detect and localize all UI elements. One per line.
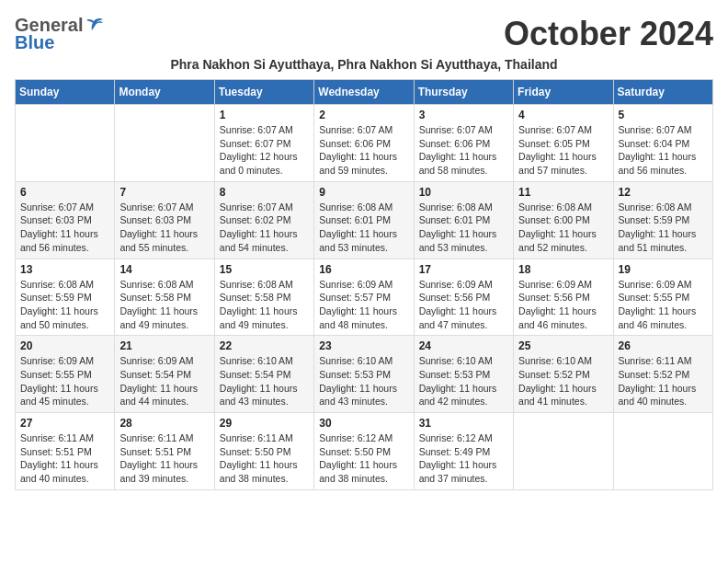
day-info: Sunrise: 6:09 AMSunset: 5:57 PMDaylight:… xyxy=(319,278,408,332)
day-info: Sunrise: 6:07 AMSunset: 6:02 PMDaylight:… xyxy=(220,201,309,255)
calendar-cell: 15Sunrise: 6:08 AMSunset: 5:58 PMDayligh… xyxy=(214,259,313,336)
day-number: 11 xyxy=(518,186,608,199)
day-info: Sunrise: 6:07 AMSunset: 6:07 PMDaylight:… xyxy=(220,123,309,178)
header-tuesday: Tuesday xyxy=(214,80,313,105)
calendar-cell: 30Sunrise: 6:12 AMSunset: 5:50 PMDayligh… xyxy=(314,413,414,490)
day-number: 16 xyxy=(319,263,408,276)
day-number: 26 xyxy=(619,339,708,352)
calendar-cell: 18Sunrise: 6:09 AMSunset: 5:56 PMDayligh… xyxy=(514,259,613,336)
day-number: 13 xyxy=(20,263,109,276)
calendar-cell: 20Sunrise: 6:09 AMSunset: 5:55 PMDayligh… xyxy=(16,336,115,413)
day-info: Sunrise: 6:08 AMSunset: 6:00 PMDaylight:… xyxy=(518,201,608,255)
day-info: Sunrise: 6:09 AMSunset: 5:56 PMDaylight:… xyxy=(419,278,508,332)
day-info: Sunrise: 6:10 AMSunset: 5:53 PMDaylight:… xyxy=(419,354,508,408)
calendar-cell: 1Sunrise: 6:07 AMSunset: 6:07 PMDaylight… xyxy=(214,105,313,182)
calendar-cell: 9Sunrise: 6:08 AMSunset: 6:01 PMDaylight… xyxy=(314,181,414,259)
day-number: 17 xyxy=(419,263,508,276)
day-info: Sunrise: 6:10 AMSunset: 5:52 PMDaylight:… xyxy=(518,354,608,408)
day-number: 25 xyxy=(518,339,608,352)
calendar-week-row: 1Sunrise: 6:07 AMSunset: 6:07 PMDaylight… xyxy=(16,105,713,182)
header-saturday: Saturday xyxy=(613,80,712,105)
calendar-cell: 12Sunrise: 6:08 AMSunset: 5:59 PMDayligh… xyxy=(613,181,712,259)
day-info: Sunrise: 6:08 AMSunset: 5:59 PMDaylight:… xyxy=(20,278,109,332)
day-number: 8 xyxy=(220,186,309,199)
calendar-cell: 13Sunrise: 6:08 AMSunset: 5:59 PMDayligh… xyxy=(16,259,115,336)
day-number: 5 xyxy=(619,109,708,121)
calendar-cell: 26Sunrise: 6:11 AMSunset: 5:52 PMDayligh… xyxy=(613,336,712,413)
day-number: 7 xyxy=(119,186,209,199)
calendar-cell: 4Sunrise: 6:07 AMSunset: 6:05 PMDaylight… xyxy=(514,105,613,182)
logo-blue: Blue xyxy=(15,32,54,53)
day-number: 23 xyxy=(319,339,408,352)
calendar-cell: 8Sunrise: 6:07 AMSunset: 6:02 PMDaylight… xyxy=(214,181,313,259)
day-info: Sunrise: 6:08 AMSunset: 5:58 PMDaylight:… xyxy=(119,278,209,332)
day-info: Sunrise: 6:07 AMSunset: 6:06 PMDaylight:… xyxy=(319,123,408,178)
day-info: Sunrise: 6:07 AMSunset: 6:03 PMDaylight:… xyxy=(119,201,209,255)
day-info: Sunrise: 6:07 AMSunset: 6:06 PMDaylight:… xyxy=(419,123,508,178)
calendar-cell: 5Sunrise: 6:07 AMSunset: 6:04 PMDaylight… xyxy=(613,105,712,182)
month-title: October 2024 xyxy=(504,15,713,53)
header-sunday: Sunday xyxy=(16,80,115,105)
day-info: Sunrise: 6:08 AMSunset: 6:01 PMDaylight:… xyxy=(419,201,508,255)
day-number: 30 xyxy=(319,417,408,430)
calendar-cell: 17Sunrise: 6:09 AMSunset: 5:56 PMDayligh… xyxy=(414,259,513,336)
day-number: 9 xyxy=(319,186,408,199)
day-number: 3 xyxy=(419,109,508,121)
calendar-cell: 10Sunrise: 6:08 AMSunset: 6:01 PMDayligh… xyxy=(414,181,513,259)
day-number: 4 xyxy=(518,109,608,121)
day-info: Sunrise: 6:09 AMSunset: 5:55 PMDaylight:… xyxy=(619,278,708,332)
day-number: 15 xyxy=(220,263,309,276)
day-info: Sunrise: 6:07 AMSunset: 6:03 PMDaylight:… xyxy=(20,201,109,255)
day-info: Sunrise: 6:11 AMSunset: 5:52 PMDaylight:… xyxy=(619,354,708,408)
calendar-cell xyxy=(514,413,613,490)
day-info: Sunrise: 6:11 AMSunset: 5:50 PMDaylight:… xyxy=(220,431,309,486)
day-number: 19 xyxy=(619,263,708,276)
calendar-cell: 24Sunrise: 6:10 AMSunset: 5:53 PMDayligh… xyxy=(414,336,513,413)
calendar-subtitle: Phra Nakhon Si Ayutthaya, Phra Nakhon Si… xyxy=(15,57,713,72)
calendar-cell: 7Sunrise: 6:07 AMSunset: 6:03 PMDaylight… xyxy=(115,181,214,259)
calendar-week-row: 20Sunrise: 6:09 AMSunset: 5:55 PMDayligh… xyxy=(16,336,713,413)
day-info: Sunrise: 6:12 AMSunset: 5:50 PMDaylight:… xyxy=(319,431,408,486)
day-info: Sunrise: 6:07 AMSunset: 6:05 PMDaylight:… xyxy=(518,123,608,178)
calendar-cell: 28Sunrise: 6:11 AMSunset: 5:51 PMDayligh… xyxy=(115,413,214,490)
day-number: 24 xyxy=(419,339,508,352)
day-info: Sunrise: 6:11 AMSunset: 5:51 PMDaylight:… xyxy=(119,431,209,486)
calendar-cell xyxy=(16,105,115,182)
calendar-cell: 14Sunrise: 6:08 AMSunset: 5:58 PMDayligh… xyxy=(115,259,214,336)
day-number: 2 xyxy=(319,109,408,121)
header-friday: Friday xyxy=(514,80,613,105)
day-number: 10 xyxy=(419,186,508,199)
calendar-header-row: SundayMondayTuesdayWednesdayThursdayFrid… xyxy=(16,80,713,105)
day-info: Sunrise: 6:10 AMSunset: 5:53 PMDaylight:… xyxy=(319,354,408,408)
calendar-cell: 31Sunrise: 6:12 AMSunset: 5:49 PMDayligh… xyxy=(414,413,513,490)
calendar-cell: 11Sunrise: 6:08 AMSunset: 6:00 PMDayligh… xyxy=(514,181,613,259)
day-info: Sunrise: 6:08 AMSunset: 5:59 PMDaylight:… xyxy=(619,201,708,255)
calendar-cell: 19Sunrise: 6:09 AMSunset: 5:55 PMDayligh… xyxy=(613,259,712,336)
day-info: Sunrise: 6:09 AMSunset: 5:56 PMDaylight:… xyxy=(518,278,608,332)
day-number: 27 xyxy=(20,417,109,430)
calendar-cell xyxy=(115,105,214,182)
logo-bird-icon xyxy=(85,17,103,34)
day-number: 29 xyxy=(220,417,309,430)
day-info: Sunrise: 6:10 AMSunset: 5:54 PMDaylight:… xyxy=(220,354,309,408)
day-info: Sunrise: 6:09 AMSunset: 5:55 PMDaylight:… xyxy=(20,354,109,408)
calendar-week-row: 13Sunrise: 6:08 AMSunset: 5:59 PMDayligh… xyxy=(16,259,713,336)
calendar-cell: 3Sunrise: 6:07 AMSunset: 6:06 PMDaylight… xyxy=(414,105,513,182)
logo: General Blue xyxy=(15,15,103,53)
calendar-cell: 23Sunrise: 6:10 AMSunset: 5:53 PMDayligh… xyxy=(314,336,414,413)
calendar-week-row: 27Sunrise: 6:11 AMSunset: 5:51 PMDayligh… xyxy=(16,413,713,490)
day-number: 18 xyxy=(518,263,608,276)
calendar-table: SundayMondayTuesdayWednesdayThursdayFrid… xyxy=(15,79,713,490)
day-info: Sunrise: 6:08 AMSunset: 6:01 PMDaylight:… xyxy=(319,201,408,255)
day-number: 6 xyxy=(20,186,109,199)
calendar-cell: 29Sunrise: 6:11 AMSunset: 5:50 PMDayligh… xyxy=(214,413,313,490)
calendar-cell: 21Sunrise: 6:09 AMSunset: 5:54 PMDayligh… xyxy=(115,336,214,413)
header-monday: Monday xyxy=(115,80,214,105)
calendar-week-row: 6Sunrise: 6:07 AMSunset: 6:03 PMDaylight… xyxy=(16,181,713,259)
day-info: Sunrise: 6:11 AMSunset: 5:51 PMDaylight:… xyxy=(20,431,109,486)
calendar-cell: 16Sunrise: 6:09 AMSunset: 5:57 PMDayligh… xyxy=(314,259,414,336)
day-number: 31 xyxy=(419,417,508,430)
calendar-cell: 22Sunrise: 6:10 AMSunset: 5:54 PMDayligh… xyxy=(214,336,313,413)
page-header: General Blue October 2024 xyxy=(15,15,713,53)
header-thursday: Thursday xyxy=(414,80,513,105)
